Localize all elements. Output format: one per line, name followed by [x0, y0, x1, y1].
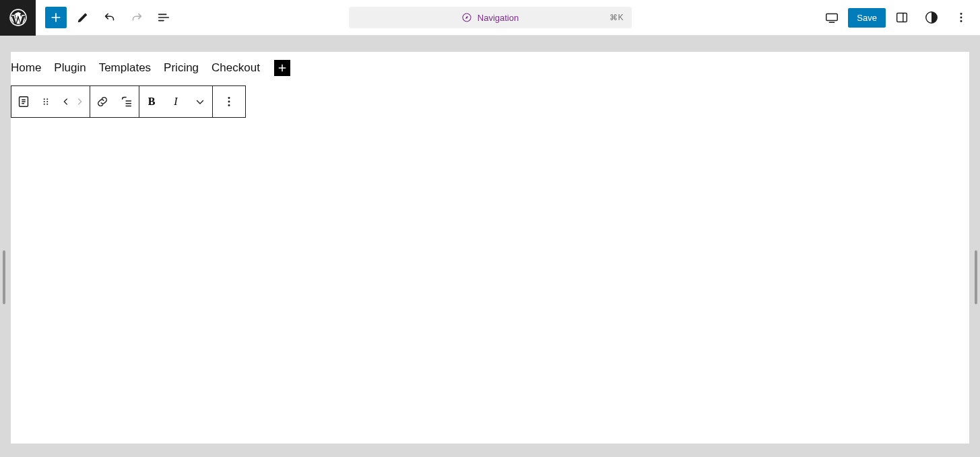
editor-canvas-wrapper: Home Plugin Templates Pricing Checkout: [0, 36, 980, 457]
add-block-button[interactable]: [45, 7, 67, 28]
more-vertical-icon: [954, 10, 969, 25]
document-bar[interactable]: Navigation ⌘K: [349, 7, 632, 28]
compass-icon: [461, 12, 472, 23]
resize-handle-right[interactable]: [975, 250, 977, 304]
svg-point-16: [228, 101, 230, 103]
block-toolbar: B I: [11, 85, 246, 118]
save-button[interactable]: Save: [848, 8, 886, 28]
nav-item-plugin[interactable]: Plugin: [54, 61, 86, 75]
editor-top-bar: Navigation ⌘K Save: [0, 0, 980, 36]
nav-item-checkout[interactable]: Checkout: [211, 61, 260, 75]
styles-icon: [924, 10, 939, 25]
more-vertical-icon: [222, 94, 236, 109]
topbar-center: Navigation ⌘K: [349, 7, 632, 28]
wordpress-logo-button[interactable]: [0, 0, 36, 36]
bold-button[interactable]: B: [139, 86, 164, 117]
drag-handle-button[interactable]: [36, 86, 56, 117]
svg-rect-3: [897, 13, 907, 22]
svg-point-14: [46, 104, 48, 105]
nav-item-templates[interactable]: Templates: [99, 61, 151, 75]
chevron-down-icon: [194, 96, 206, 108]
svg-point-17: [228, 104, 230, 106]
plus-icon: [276, 62, 288, 74]
pencil-icon: [75, 10, 90, 25]
svg-point-6: [960, 17, 962, 19]
topbar-left-tools: [36, 4, 177, 31]
edit-tool-button[interactable]: [69, 4, 96, 31]
document-overview-button[interactable]: [150, 4, 177, 31]
undo-button[interactable]: [96, 4, 123, 31]
italic-glyph: I: [174, 96, 177, 108]
svg-rect-2: [826, 14, 838, 21]
svg-point-12: [46, 101, 48, 102]
nav-item-home[interactable]: Home: [11, 61, 41, 75]
resize-handle-left[interactable]: [3, 250, 5, 304]
svg-point-11: [44, 101, 45, 102]
styles-button[interactable]: [918, 4, 945, 31]
link-button[interactable]: [90, 86, 115, 117]
add-nav-item-button[interactable]: [274, 60, 290, 76]
link-icon: [95, 94, 110, 109]
svg-point-10: [46, 98, 48, 100]
undo-icon: [102, 10, 117, 25]
redo-button[interactable]: [123, 4, 150, 31]
drag-icon: [40, 96, 52, 108]
svg-point-15: [228, 97, 230, 99]
navigation-block[interactable]: Home Plugin Templates Pricing Checkout: [11, 60, 969, 76]
submenu-button[interactable]: [115, 86, 139, 117]
settings-sidebar-button[interactable]: [888, 4, 915, 31]
block-type-button[interactable]: [11, 86, 36, 117]
bold-glyph: B: [148, 96, 156, 108]
wordpress-icon: [9, 9, 27, 26]
chevron-right-icon: [74, 96, 85, 107]
list-view-icon: [156, 10, 171, 25]
nav-item-pricing[interactable]: Pricing: [164, 61, 199, 75]
sidebar-icon: [894, 10, 909, 25]
document-bar-shortcut: ⌘K: [610, 13, 623, 22]
editor-canvas[interactable]: Home Plugin Templates Pricing Checkout: [11, 52, 969, 444]
desktop-icon: [824, 10, 839, 25]
document-bar-label: Navigation: [478, 13, 519, 23]
plus-icon: [48, 10, 63, 25]
redo-icon: [129, 10, 144, 25]
more-formatting-button[interactable]: [188, 86, 212, 117]
move-right-button[interactable]: [69, 86, 90, 117]
svg-point-9: [44, 98, 45, 100]
svg-point-5: [960, 13, 962, 15]
block-options-button[interactable]: [213, 86, 245, 117]
page-list-icon: [16, 94, 31, 109]
submenu-icon: [119, 94, 134, 109]
options-menu-button[interactable]: [948, 4, 975, 31]
svg-point-13: [44, 104, 45, 105]
view-button[interactable]: [818, 4, 845, 31]
topbar-right-tools: Save: [818, 4, 980, 31]
italic-button[interactable]: I: [164, 86, 188, 117]
svg-point-7: [960, 20, 962, 22]
